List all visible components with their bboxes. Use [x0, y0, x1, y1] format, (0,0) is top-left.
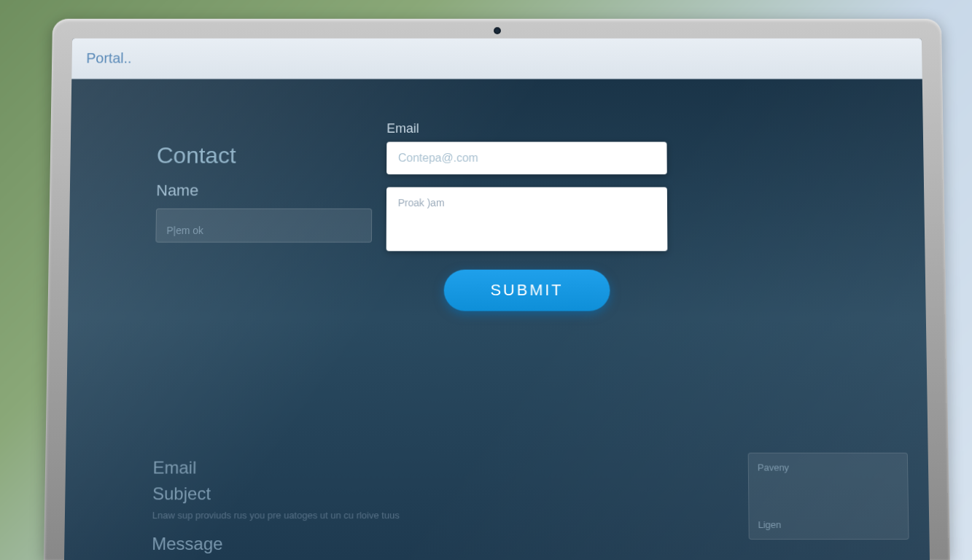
name-input[interactable]: P|em ok: [155, 209, 372, 243]
message-section-label: Message: [152, 534, 400, 554]
contact-form: Email SUBMIT: [386, 121, 668, 311]
side-box-bottom-text: Ligen: [758, 519, 899, 530]
submit-button[interactable]: SUBMIT: [444, 270, 610, 311]
browser-toolbar: Portal..: [71, 39, 922, 79]
page-body: Contact Name P|em ok Email Subject Lnaw …: [64, 79, 930, 560]
webcam-dot: [494, 27, 501, 34]
email-label: Email: [386, 121, 666, 136]
message-input[interactable]: [386, 187, 668, 252]
laptop-screen: Portal.. Contact Name P|em ok Email Subj…: [64, 39, 930, 560]
subject-helper-text: Lnaw sup proviuds rus you pre uatoges ut…: [152, 510, 400, 521]
name-placeholder-text: P|em ok: [166, 225, 203, 236]
side-box-top-text: Paveny: [758, 462, 899, 473]
email-section-label: Email: [152, 458, 400, 478]
email-input[interactable]: [386, 142, 667, 175]
side-info-box[interactable]: Paveny Ligen: [748, 453, 909, 540]
subject-section-label: Subject: [152, 483, 400, 504]
laptop-bezel: Portal.. Contact Name P|em ok Email Subj…: [44, 19, 950, 560]
field-label-list: Email Subject Lnaw sup proviuds rus you …: [152, 458, 400, 560]
address-text[interactable]: Portal..: [86, 50, 132, 66]
